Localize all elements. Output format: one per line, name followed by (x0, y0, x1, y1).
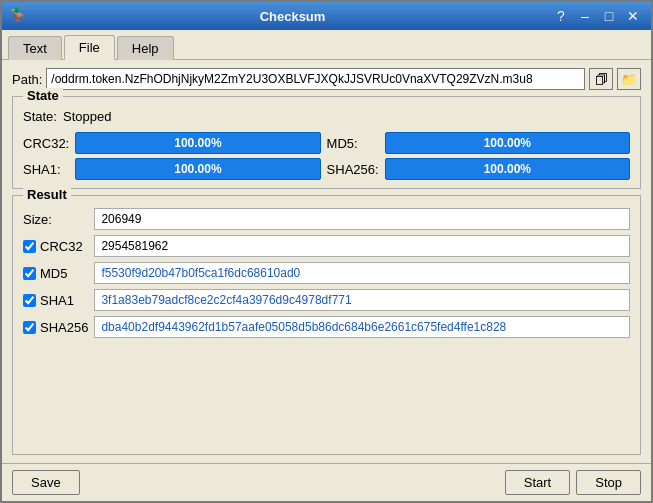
main-content: Path: 🗍 📁 State State: Stopped CRC32: 10… (2, 60, 651, 463)
tab-bar: Text File Help (2, 30, 651, 60)
close-button[interactable]: ✕ (623, 8, 643, 24)
crc32-checkbox-label[interactable]: CRC32 (23, 239, 88, 254)
crc32-progress: 100.00% (75, 132, 320, 154)
bottom-bar: Save Start Stop (2, 463, 651, 501)
sha256-checkbox-label[interactable]: SHA256 (23, 320, 88, 335)
sha256-input[interactable] (94, 316, 630, 338)
state-panel: State State: Stopped CRC32: 100.00% MD5:… (12, 96, 641, 189)
md5-label: MD5: (327, 136, 379, 151)
md5-input[interactable] (94, 262, 630, 284)
sha1-result-label: SHA1 (40, 293, 74, 308)
md5-progress: 100.00% (385, 132, 630, 154)
result-grid: Size: CRC32 MD5 SHA1 (23, 208, 630, 338)
sha1-label: SHA1: (23, 162, 69, 177)
title-bar: 🦆 Checksum ? – □ ✕ (2, 2, 651, 30)
sha1-checkbox[interactable] (23, 294, 36, 307)
start-button[interactable]: Start (505, 470, 570, 495)
crc32-label: CRC32: (23, 136, 69, 151)
sha256-result-label: SHA256 (40, 320, 88, 335)
state-panel-title: State (23, 88, 63, 103)
maximize-button[interactable]: □ (599, 8, 619, 24)
sha1-input[interactable] (94, 289, 630, 311)
size-label: Size: (23, 212, 88, 227)
sha1-checkbox-label[interactable]: SHA1 (23, 293, 88, 308)
md5-checkbox-label[interactable]: MD5 (23, 266, 88, 281)
crc32-input[interactable] (94, 235, 630, 257)
help-button[interactable]: ? (551, 8, 571, 24)
app-icon: 🦆 (10, 7, 28, 25)
title-controls: ? – □ ✕ (551, 8, 643, 24)
minimize-button[interactable]: – (575, 8, 595, 24)
progress-grid: CRC32: 100.00% MD5: 100.00% SHA1: 100.00… (23, 132, 630, 180)
main-window: 🦆 Checksum ? – □ ✕ Text File Help Path: … (0, 0, 653, 503)
state-value: Stopped (63, 109, 111, 124)
size-input[interactable] (94, 208, 630, 230)
sha1-progress: 100.00% (75, 158, 320, 180)
path-label: Path: (12, 72, 42, 87)
tab-text[interactable]: Text (8, 36, 62, 60)
save-button[interactable]: Save (12, 470, 80, 495)
window-title: Checksum (34, 9, 551, 24)
sha256-checkbox[interactable] (23, 321, 36, 334)
state-row: State: Stopped (23, 109, 630, 124)
sha256-label: SHA256: (327, 162, 379, 177)
path-row: Path: 🗍 📁 (12, 68, 641, 90)
crc32-checkbox[interactable] (23, 240, 36, 253)
path-input[interactable] (46, 68, 585, 90)
tab-file[interactable]: File (64, 35, 115, 60)
tab-help[interactable]: Help (117, 36, 174, 60)
md5-checkbox[interactable] (23, 267, 36, 280)
crc32-result-label: CRC32 (40, 239, 83, 254)
action-buttons: Start Stop (505, 470, 641, 495)
copy-path-button[interactable]: 🗍 (589, 68, 613, 90)
folder-icon: 📁 (621, 72, 637, 87)
stop-button[interactable]: Stop (576, 470, 641, 495)
copy-icon: 🗍 (595, 72, 608, 87)
state-label: State: (23, 109, 57, 124)
result-panel: Result Size: CRC32 MD5 (12, 195, 641, 455)
result-panel-title: Result (23, 187, 71, 202)
browse-button[interactable]: 📁 (617, 68, 641, 90)
md5-result-label: MD5 (40, 266, 67, 281)
sha256-progress: 100.00% (385, 158, 630, 180)
